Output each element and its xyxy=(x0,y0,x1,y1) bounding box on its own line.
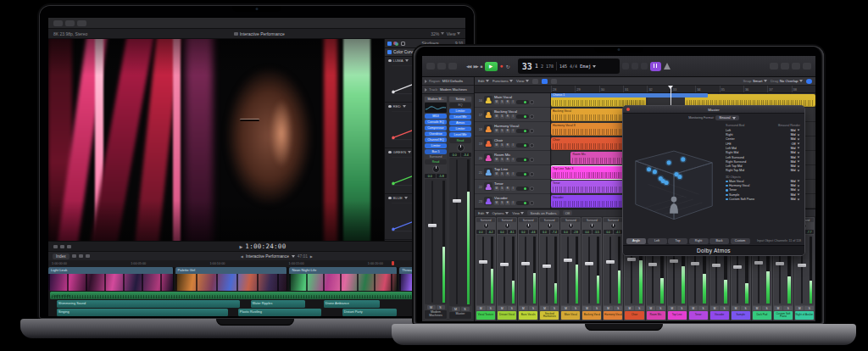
inspector-toggle-icon[interactable] xyxy=(437,63,446,70)
output-assignment[interactable]: Surround xyxy=(498,218,516,222)
fader-cap[interactable] xyxy=(606,260,615,264)
plugin-slot[interactable]: Channel EQ xyxy=(425,137,447,142)
mute-button[interactable]: M xyxy=(476,306,486,310)
pan-knob[interactable] xyxy=(457,144,465,152)
fader-cap[interactable] xyxy=(798,264,806,267)
automation-mode-button[interactable]: Read xyxy=(425,159,447,164)
sends-mode-value[interactable]: Off xyxy=(563,210,572,215)
flex-icon[interactable] xyxy=(551,79,557,84)
mute-button[interactable]: M xyxy=(494,172,499,176)
solo-button[interactable]: S xyxy=(783,306,793,310)
track-volume-slider[interactable] xyxy=(516,172,529,176)
track-volume-slider[interactable] xyxy=(516,201,529,205)
output-assignment[interactable]: Surround xyxy=(582,218,601,222)
track-name[interactable]: Main Vocal xyxy=(494,96,548,99)
track-header[interactable]: 18 Harmony Vocal M S R I xyxy=(475,122,550,136)
timeline-project-title[interactable]: Interactive Performance xyxy=(246,254,289,259)
mute-button[interactable]: M xyxy=(625,306,634,310)
channel-name-label[interactable]: Distant Vocal xyxy=(498,311,516,320)
track-name[interactable]: Harmony Vocal xyxy=(494,125,548,128)
sidebar-toggle-icon[interactable] xyxy=(53,20,63,26)
track-header[interactable]: 22 Tenor M S R I xyxy=(475,180,550,194)
fader-cap[interactable] xyxy=(521,262,530,265)
solo-button[interactable]: S xyxy=(529,306,538,310)
media-import-icon[interactable] xyxy=(65,20,75,26)
solo-button[interactable]: S xyxy=(500,187,505,191)
bed-channel-row[interactable]: Left Top Mid Mid xyxy=(726,164,800,168)
mixer-options-menu[interactable]: Options xyxy=(492,211,509,215)
solo-button[interactable]: S xyxy=(550,306,559,310)
pan-knob[interactable] xyxy=(432,165,440,173)
video-clip[interactable]: Light Leak xyxy=(48,267,174,291)
track-header[interactable]: 23 Vocoder M S R I xyxy=(475,194,550,209)
atmos-object-dot[interactable] xyxy=(676,174,683,181)
object-channel-row[interactable]: Sample Mid xyxy=(726,192,800,197)
mute-button[interactable]: M xyxy=(604,306,613,310)
pan-knob[interactable] xyxy=(610,223,616,229)
solo-button[interactable]: S xyxy=(762,306,771,310)
index-button[interactable]: Index xyxy=(53,254,70,259)
mixer-channel-strip[interactable]: Surround 0.0-2.8 xyxy=(560,217,581,320)
fader-cap[interactable] xyxy=(500,263,509,266)
track-name[interactable]: Choir xyxy=(494,139,548,142)
input-monitor-button[interactable]: I xyxy=(511,158,516,162)
record-enable-button[interactable]: R xyxy=(505,158,510,162)
record-enable-button[interactable]: R xyxy=(505,143,510,148)
view-angle-button[interactable]: Right xyxy=(689,238,709,244)
track-volume-slider[interactable] xyxy=(516,187,529,191)
atmos-object-dot[interactable] xyxy=(651,169,658,176)
output-assignment[interactable]: Surround xyxy=(604,218,622,222)
sends-on-faders-button[interactable]: Sends on Faders xyxy=(527,210,559,215)
functions-menu[interactable]: Functions xyxy=(492,79,513,83)
channel-name-label[interactable]: Bass Vocals xyxy=(519,311,537,320)
fader-cap[interactable] xyxy=(564,259,572,262)
view-angle-button[interactable]: Back xyxy=(709,238,729,244)
mixer-toggle-icon[interactable] xyxy=(448,63,457,70)
mixer-channel-strip[interactable]: Surround 0.0-8.1 xyxy=(497,217,517,320)
channel-name-label[interactable]: Sample xyxy=(732,311,750,320)
track-pan-knob[interactable] xyxy=(530,114,534,119)
fader-cap[interactable] xyxy=(627,258,636,261)
track-pan-knob[interactable] xyxy=(530,143,534,148)
track-pan-knob[interactable] xyxy=(530,158,534,162)
fader-cap[interactable] xyxy=(691,262,699,265)
fader-cap[interactable] xyxy=(733,265,742,269)
track-pan-knob[interactable] xyxy=(530,187,534,191)
record-enable-button[interactable]: R xyxy=(505,129,510,133)
input-monitor-button[interactable]: I xyxy=(511,114,516,119)
next-project-button[interactable]: ▶ xyxy=(310,254,313,259)
solo-button[interactable]: S xyxy=(500,129,505,133)
mute-button[interactable]: M xyxy=(498,306,507,310)
atmos-object-dot[interactable] xyxy=(665,159,672,166)
count-in-icon[interactable] xyxy=(622,63,629,70)
track-volume-slider[interactable] xyxy=(516,100,529,104)
track-pan-knob[interactable] xyxy=(530,201,534,205)
plugin-slot[interactable]: Limiter xyxy=(449,109,471,114)
track-name[interactable]: Tenor xyxy=(494,182,548,186)
play-button[interactable]: ▶ xyxy=(239,244,242,249)
audio-clip[interactable]: Shimmering Sound xyxy=(57,300,240,308)
mute-button[interactable]: M xyxy=(732,306,741,310)
channel-name-label[interactable]: Backing Vocal xyxy=(582,311,601,320)
solo-button[interactable]: S xyxy=(487,306,496,310)
solo-button[interactable]: S xyxy=(500,143,505,148)
midi-fx-slot[interactable]: MIDI xyxy=(425,114,447,119)
output-assignment[interactable]: Surround xyxy=(540,218,559,222)
track-name[interactable]: Top Line xyxy=(494,168,548,171)
record-enable-button[interactable]: R xyxy=(505,100,510,104)
mixer-channel-strip[interactable]: Surround 0.0-4.6 xyxy=(518,217,538,320)
bed-channel-row[interactable]: Right Top Mid Mid xyxy=(726,169,800,173)
catch-playhead-icon[interactable] xyxy=(806,79,812,84)
view-angle-button[interactable]: Top xyxy=(668,238,687,244)
channel-name-label[interactable]: Room Mic xyxy=(647,311,665,320)
atmos-titlebar[interactable]: Master xyxy=(623,106,804,114)
mute-button[interactable]: M xyxy=(689,306,698,310)
view-angle-button[interactable]: Custom xyxy=(731,238,750,244)
solo-button[interactable]: S xyxy=(741,306,750,310)
solo-button[interactable]: S xyxy=(508,306,517,310)
object-channel-row[interactable]: Custom Soft Piano Mid xyxy=(726,197,800,201)
track-header[interactable]: 19 Choir M S R I xyxy=(475,136,550,151)
input-monitor-button[interactable]: I xyxy=(511,129,516,133)
bed-channel-row[interactable]: Right Mid xyxy=(726,132,800,136)
fader-cap[interactable] xyxy=(712,264,721,267)
